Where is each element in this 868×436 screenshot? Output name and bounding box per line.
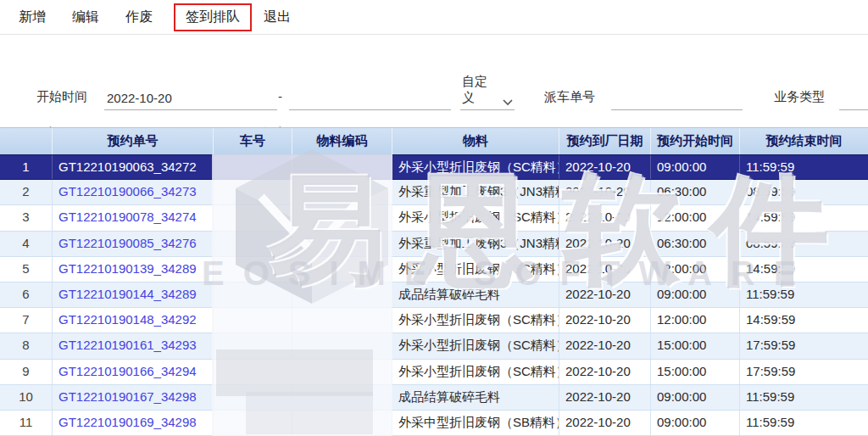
cell-end: 11:59:59 bbox=[740, 282, 868, 307]
table-header: 预约单号车号物料编码物料预约到厂日期预约开始时间预约结束时间 bbox=[0, 127, 868, 154]
toolbar-item-4[interactable]: 退出 bbox=[264, 8, 291, 26]
start-time-label: 开始时间 bbox=[36, 89, 87, 105]
cell-date: 2022-10-20 bbox=[559, 205, 651, 230]
table-row[interactable]: 1GT12210190063_34272外采小型折旧废钢（SC精料）2022-1… bbox=[0, 154, 868, 180]
cell-start: 15:00:00 bbox=[651, 360, 740, 384]
column-header-3[interactable]: 物料编码 bbox=[292, 128, 392, 154]
cell-start: 15:00:00 bbox=[651, 333, 740, 358]
table-row[interactable]: 5GT12210190139_34289外采小型折旧废钢（SC精料）2022-1… bbox=[0, 257, 868, 282]
cell-no: 5 bbox=[0, 257, 53, 282]
cell-material: 外采小型折旧废钢（SC精料） bbox=[392, 257, 559, 282]
cell-end: 17:59:59 bbox=[740, 333, 868, 358]
dispatch-no-label: 派车单号 bbox=[544, 89, 595, 105]
cell-start: 09:00:00 bbox=[651, 411, 740, 435]
chevron-down-icon bbox=[503, 99, 513, 106]
cell-material: 外采小型折旧废钢（SC精料） bbox=[392, 360, 559, 384]
cell-date: 2022-10-20 bbox=[559, 411, 651, 435]
date-range-separator: - bbox=[278, 89, 282, 103]
cell-order_no[interactable]: GT12210190148_34292 bbox=[53, 308, 214, 333]
toolbar-item-3[interactable]: 签到排队 bbox=[174, 3, 252, 31]
table-row[interactable]: 4GT12210190085_34276外采重型加工废钢3（JN3精料）2022… bbox=[0, 232, 868, 257]
cell-date: 2022-10-20 bbox=[559, 180, 651, 204]
start-time-input[interactable] bbox=[104, 88, 277, 110]
cell-order_no[interactable]: GT12210190078_34274 bbox=[53, 205, 214, 230]
cell-start: 09:00:00 bbox=[651, 385, 740, 410]
range-preset-select[interactable]: 自定义 bbox=[460, 88, 515, 110]
cell-start: 12:00:00 bbox=[651, 257, 740, 282]
column-header-7[interactable]: 预约结束时间 bbox=[740, 128, 868, 154]
app-window: 新增编辑作废签到排队退出 开始时间 - 自定义 派车单号 业务类型 车号 预约状… bbox=[0, 0, 868, 436]
end-time-input[interactable] bbox=[289, 88, 451, 110]
toolbar-item-1[interactable]: 编辑 bbox=[72, 8, 99, 26]
toolbar-item-2[interactable]: 作废 bbox=[125, 8, 153, 26]
cell-no: 6 bbox=[0, 282, 53, 307]
cell-no: 10 bbox=[0, 385, 53, 410]
cell-date: 2022-10-20 bbox=[559, 308, 651, 333]
redaction-smudge bbox=[246, 392, 373, 434]
cell-order_no[interactable]: GT12210190063_34272 bbox=[53, 155, 214, 179]
cell-order_no[interactable]: GT12210190139_34289 bbox=[53, 257, 214, 282]
table-row[interactable]: 7GT12210190148_34292外采小型折旧废钢（SC精料）2022-1… bbox=[0, 308, 868, 333]
cell-no: 1 bbox=[0, 155, 53, 179]
cell-material: 外采小型折旧废钢（SC精料） bbox=[392, 155, 559, 179]
cell-material: 外采中型折旧废钢（SB精料） bbox=[392, 411, 559, 435]
cell-date: 2022-10-20 bbox=[559, 385, 651, 410]
table-row[interactable]: 9GT12210190166_34294外采小型折旧废钢（SC精料）2022-1… bbox=[0, 360, 868, 385]
cell-end: 11:59:59 bbox=[740, 155, 868, 179]
table-row[interactable]: 10GT12210190167_34298成品结算破碎毛料2022-10-200… bbox=[0, 385, 868, 411]
column-header-2[interactable]: 车号 bbox=[214, 128, 292, 154]
cell-order_no[interactable]: GT12210190161_34293 bbox=[53, 333, 214, 358]
cell-date: 2022-10-20 bbox=[559, 257, 651, 282]
range-preset-value: 自定义 bbox=[462, 74, 499, 106]
business-type-label: 业务类型 bbox=[774, 89, 825, 105]
dispatch-no-input[interactable] bbox=[611, 88, 743, 110]
cell-order_no[interactable]: GT12210190144_34289 bbox=[53, 282, 214, 307]
cell-start: 12:00:00 bbox=[651, 205, 740, 230]
cell-start: 06:30:00 bbox=[651, 232, 740, 256]
cell-no: 3 bbox=[0, 205, 53, 230]
column-header-0[interactable] bbox=[0, 128, 53, 154]
cell-start: 12:00:00 bbox=[651, 308, 740, 333]
toolbar: 新增编辑作废签到排队退出 bbox=[0, 0, 868, 35]
cell-date: 2022-10-20 bbox=[559, 333, 651, 358]
table-body: 1GT12210190063_34272外采小型折旧废钢（SC精料）2022-1… bbox=[0, 154, 868, 436]
cell-order_no[interactable]: GT12210190066_34273 bbox=[53, 180, 214, 204]
redaction-smudge bbox=[214, 154, 392, 204]
table-row[interactable]: 8GT12210190161_34293外采小型折旧废钢（SC精料）2022-1… bbox=[0, 333, 868, 359]
cell-material: 外采重型加工废钢3（JN3精料） bbox=[392, 232, 559, 256]
column-header-1[interactable]: 预约单号 bbox=[53, 128, 214, 154]
cell-no: 11 bbox=[0, 411, 53, 435]
column-header-4[interactable]: 物料 bbox=[392, 128, 559, 154]
cell-end: 14:59:59 bbox=[740, 205, 868, 230]
filter-panel: 开始时间 - 自定义 派车单号 业务类型 车号 预约状态 bbox=[0, 36, 868, 127]
table-row[interactable]: 11GT12210190169_34298外采中型折旧废钢（SB精料）2022-… bbox=[0, 411, 868, 436]
cell-order_no[interactable]: GT12210190167_34298 bbox=[53, 385, 214, 410]
table-row[interactable]: 2GT12210190066_34273外采重型加工废钢3（JN3精料）2022… bbox=[0, 180, 868, 205]
toolbar-item-0[interactable]: 新增 bbox=[19, 8, 46, 26]
cell-order_no[interactable]: GT12210190166_34294 bbox=[53, 360, 214, 384]
cell-end: 11:59:59 bbox=[740, 385, 868, 410]
cell-material: 外采重型加工废钢3（JN3精料） bbox=[392, 180, 559, 204]
column-header-5[interactable]: 预约到厂日期 bbox=[559, 128, 651, 154]
cell-order_no[interactable]: GT12210190169_34298 bbox=[53, 411, 214, 435]
cell-start: 09:00:00 bbox=[651, 282, 740, 307]
cell-end: 11:59:59 bbox=[740, 411, 868, 435]
cell-no: 8 bbox=[0, 333, 53, 358]
cell-end: 08:59:59 bbox=[740, 232, 868, 256]
business-type-input[interactable] bbox=[839, 88, 868, 110]
cell-no: 2 bbox=[0, 180, 53, 204]
cell-material: 成品结算破碎毛料 bbox=[392, 282, 559, 307]
cell-no: 4 bbox=[0, 232, 53, 256]
cell-end: 14:59:59 bbox=[740, 257, 868, 282]
column-header-6[interactable]: 预约开始时间 bbox=[651, 128, 740, 154]
table-row[interactable]: 3GT12210190078_34274外采小型折旧废钢（SC精料）2022-1… bbox=[0, 205, 868, 231]
cell-material: 成品结算破碎毛料 bbox=[392, 385, 559, 410]
cell-order_no[interactable]: GT12210190085_34276 bbox=[53, 232, 214, 256]
cell-date: 2022-10-20 bbox=[559, 155, 651, 179]
cell-end: 08:59:59 bbox=[740, 180, 868, 204]
cell-material: 外采小型折旧废钢（SC精料） bbox=[392, 333, 559, 358]
table-row[interactable]: 6GT12210190144_34289成品结算破碎毛料2022-10-2009… bbox=[0, 282, 868, 308]
cell-end: 14:59:59 bbox=[740, 308, 868, 333]
cell-start: 06:30:00 bbox=[651, 180, 740, 204]
cell-material: 外采小型折旧废钢（SC精料） bbox=[392, 205, 559, 230]
